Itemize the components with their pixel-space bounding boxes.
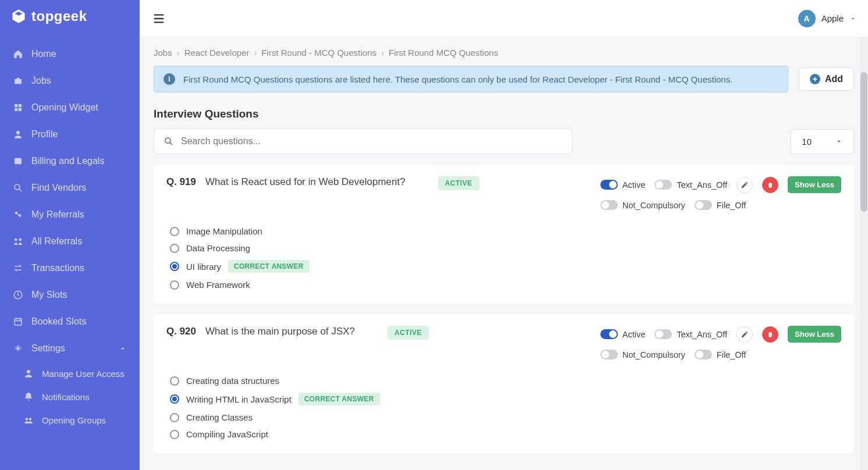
scrollbar-track[interactable] bbox=[860, 37, 868, 470]
sidebar-item-label: Settings bbox=[31, 343, 65, 354]
sidebar-item-transactions[interactable]: Transactions bbox=[0, 255, 140, 282]
question-text: What is React used for in Web Developmen… bbox=[205, 176, 405, 188]
toggle-active[interactable] bbox=[600, 180, 618, 190]
user-name-label: Apple bbox=[821, 13, 844, 23]
page-size-select[interactable]: 10 bbox=[791, 129, 854, 154]
option-row[interactable]: Creating data structures bbox=[170, 376, 841, 386]
chevron-up-icon bbox=[119, 344, 127, 352]
sidebar-item-label: Opening Groups bbox=[42, 415, 106, 425]
sidebar-item-jobs[interactable]: Jobs bbox=[0, 67, 140, 94]
option-row[interactable]: Image Manipulation bbox=[170, 226, 841, 236]
edit-button[interactable] bbox=[737, 326, 753, 343]
toggle-compulsory-label: Not_Compulsory bbox=[622, 350, 685, 359]
topbar: A Apple bbox=[140, 0, 868, 37]
logo-icon bbox=[10, 8, 27, 24]
radio-icon bbox=[170, 376, 179, 386]
toggle-file[interactable] bbox=[695, 200, 712, 210]
sidebar-item-label: Find Vendors bbox=[31, 183, 86, 193]
radio-icon bbox=[170, 244, 179, 253]
hamburger-icon[interactable] bbox=[151, 12, 166, 25]
sidebar-item-label: My Referrals bbox=[31, 209, 84, 220]
sidebar-item-all-referrals[interactable]: All Referrals bbox=[0, 228, 140, 255]
avatar: A bbox=[798, 10, 816, 27]
sidebar-item-find-vendors[interactable]: Find Vendors bbox=[0, 175, 140, 201]
page-size-value: 10 bbox=[802, 137, 812, 147]
home-icon bbox=[13, 49, 23, 59]
main-area: A Apple Jobs›React Developer›First Round… bbox=[140, 0, 868, 470]
toggle-file-label: File_Off bbox=[717, 201, 746, 210]
transactions-icon bbox=[13, 263, 23, 273]
option-row[interactable]: Writing HTML in JavaScript CORRECT ANSWE… bbox=[170, 393, 841, 405]
toggle-text-ans[interactable] bbox=[654, 180, 672, 190]
delete-button[interactable] bbox=[762, 326, 778, 343]
toggle-compulsory[interactable] bbox=[600, 200, 618, 210]
sidebar-item-label: Profile bbox=[31, 129, 58, 140]
referral-icon bbox=[13, 209, 23, 220]
add-button[interactable]: + Add bbox=[799, 67, 854, 91]
option-label: Creating Classes bbox=[186, 412, 252, 422]
info-text: First Round MCQ Questions questions are … bbox=[183, 74, 732, 84]
sidebar-item-billing-and-legals[interactable]: Billing and Legals bbox=[0, 148, 140, 175]
gear-icon bbox=[13, 343, 23, 354]
sidebar-item-label: Home bbox=[31, 49, 56, 59]
show-less-button[interactable]: Show Less bbox=[788, 326, 841, 343]
sidebar-item-profile[interactable]: Profile bbox=[0, 121, 140, 148]
sidebar-item-label: Billing and Legals bbox=[31, 156, 104, 166]
correct-answer-badge: CORRECT ANSWER bbox=[298, 393, 380, 405]
chevron-right-icon: › bbox=[381, 48, 384, 58]
correct-answer-badge: CORRECT ANSWER bbox=[228, 260, 310, 273]
option-row[interactable]: Data Processing bbox=[170, 243, 841, 253]
sidebar: topgeek HomeJobsOpening WidgetProfileBil… bbox=[0, 0, 140, 470]
breadcrumb-item[interactable]: Jobs bbox=[154, 48, 172, 58]
sidebar-item-opening-widget[interactable]: Opening Widget bbox=[0, 94, 140, 121]
option-label: Image Manipulation bbox=[186, 226, 262, 236]
sidebar-item-opening-groups[interactable]: Opening Groups bbox=[10, 408, 140, 432]
trash-icon bbox=[767, 181, 774, 188]
option-row[interactable]: Web Framework bbox=[170, 280, 841, 290]
toggle-text-ans[interactable] bbox=[654, 329, 672, 339]
toggle-file[interactable] bbox=[695, 350, 712, 359]
billing-icon bbox=[13, 156, 23, 166]
sidebar-item-settings[interactable]: Settings bbox=[0, 335, 140, 362]
delete-button[interactable] bbox=[762, 177, 778, 193]
option-row[interactable]: Compiling JavaScript bbox=[170, 429, 841, 439]
edit-button[interactable] bbox=[737, 177, 753, 193]
search-input[interactable] bbox=[181, 136, 563, 147]
sidebar-item-my-slots[interactable]: My Slots bbox=[0, 282, 140, 308]
show-less-button[interactable]: Show Less bbox=[788, 176, 841, 193]
info-icon: i bbox=[163, 73, 175, 85]
sidebar-item-booked-slots[interactable]: Booked Slots bbox=[0, 308, 140, 335]
clock-icon bbox=[13, 290, 23, 300]
option-row[interactable]: UI library CORRECT ANSWER bbox=[170, 260, 841, 273]
brand-logo[interactable]: topgeek bbox=[0, 0, 140, 36]
sidebar-item-label: Notifications bbox=[42, 392, 90, 402]
widget-icon bbox=[13, 102, 23, 113]
sidebar-item-label: Opening Widget bbox=[31, 102, 98, 113]
profile-icon bbox=[13, 129, 23, 140]
search-box[interactable] bbox=[154, 129, 572, 154]
sidebar-item-label: Jobs bbox=[31, 76, 51, 86]
svg-point-2 bbox=[15, 184, 20, 190]
add-label: Add bbox=[825, 74, 843, 84]
breadcrumb-item[interactable]: First Round - MCQ Questions bbox=[261, 48, 376, 58]
option-label: Creating data structures bbox=[186, 376, 279, 386]
svg-point-13 bbox=[165, 138, 170, 143]
sidebar-item-my-referrals[interactable]: My Referrals bbox=[0, 201, 140, 228]
option-row[interactable]: Creating Classes bbox=[170, 412, 841, 422]
referral-all-icon bbox=[13, 236, 23, 247]
svg-point-11 bbox=[26, 418, 29, 421]
svg-rect-8 bbox=[15, 319, 22, 325]
toggle-compulsory-label: Not_Compulsory bbox=[622, 201, 685, 210]
scrollbar-thumb[interactable] bbox=[860, 72, 867, 212]
toggle-active[interactable] bbox=[600, 329, 618, 339]
user-menu[interactable]: A Apple bbox=[798, 10, 856, 27]
sidebar-item-home[interactable]: Home bbox=[0, 41, 140, 67]
sidebar-item-manage-user-access[interactable]: Manage User Access bbox=[10, 362, 140, 385]
toggle-compulsory[interactable] bbox=[600, 350, 618, 359]
toggle-active-label: Active bbox=[622, 180, 646, 190]
pencil-icon bbox=[741, 181, 749, 189]
breadcrumb-item: First Round MCQ Questions bbox=[389, 48, 498, 58]
calendar-icon bbox=[13, 316, 23, 327]
breadcrumb-item[interactable]: React Developer bbox=[184, 48, 250, 58]
sidebar-item-notifications[interactable]: Notifications bbox=[10, 385, 140, 408]
